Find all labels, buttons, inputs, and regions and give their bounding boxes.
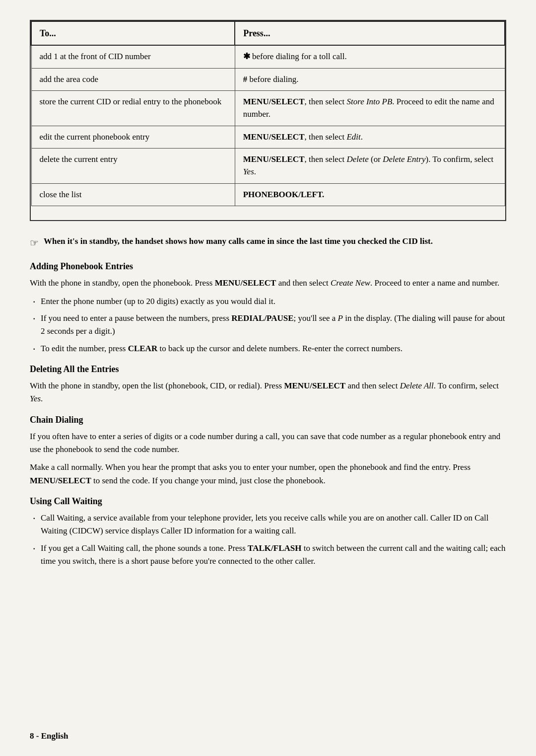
table-cell-to: close the list xyxy=(31,183,235,206)
paragraph-chain-dialing-0: If you often have to enter a series of d… xyxy=(30,430,506,456)
table-cell-press: ✱ before dialing for a toll call. xyxy=(235,45,505,68)
sections-container: Adding Phonebook EntriesWith the phone i… xyxy=(30,261,506,568)
table-cell-to: edit the current phonebook entry xyxy=(31,126,235,149)
bullet-item-using-call-waiting-1: If you get a Call Waiting call, the phon… xyxy=(30,542,506,568)
section-deleting-all-entries: Deleting All the EntriesWith the phone i… xyxy=(30,364,506,406)
table-cell-press: PHONEBOOK/LEFT. xyxy=(235,183,505,206)
table-cell-to: delete the current entry xyxy=(31,149,235,183)
table-cell-press: MENU/SELECT, then select Delete (or Dele… xyxy=(235,149,505,183)
table-row: edit the current phonebook entryMENU/SEL… xyxy=(31,126,505,149)
page: To... Press... add 1 at the front of CID… xyxy=(0,0,536,756)
section-adding-phonebook-entries: Adding Phonebook EntriesWith the phone i… xyxy=(30,261,506,355)
section-heading-adding-phonebook-entries: Adding Phonebook Entries xyxy=(30,261,506,272)
col-to-header: To... xyxy=(31,21,235,45)
bullet-list-using-call-waiting: Call Waiting, a service available from y… xyxy=(30,512,506,568)
table-cell-press: # before dialing. xyxy=(235,68,505,91)
footer-text: 8 - English xyxy=(30,731,68,741)
footer: 8 - English xyxy=(30,731,68,741)
col-press-header: Press... xyxy=(235,21,505,45)
reference-table: To... Press... add 1 at the front of CID… xyxy=(31,21,505,206)
paragraph-chain-dialing-1: Make a call normally. When you hear the … xyxy=(30,461,506,487)
section-heading-deleting-all-entries: Deleting All the Entries xyxy=(30,364,506,375)
table-row: delete the current entryMENU/SELECT, the… xyxy=(31,149,505,183)
table-cell-to: add 1 at the front of CID number xyxy=(31,45,235,68)
section-chain-dialing: Chain DialingIf you often have to enter … xyxy=(30,415,506,487)
section-heading-chain-dialing: Chain Dialing xyxy=(30,415,506,425)
table-row: add the area code# before dialing. xyxy=(31,68,505,91)
table-cell-press: MENU/SELECT, then select Store Into PB. … xyxy=(235,91,505,126)
reference-table-container: To... Press... add 1 at the front of CID… xyxy=(30,20,506,221)
table-row: add 1 at the front of CID number✱ before… xyxy=(31,45,505,68)
table-row: close the listPHONEBOOK/LEFT. xyxy=(31,183,505,206)
bullet-item-adding-phonebook-entries-0: Enter the phone number (up to 20 digits)… xyxy=(30,295,506,308)
table-cell-to: store the current CID or redial entry to… xyxy=(31,91,235,126)
bullet-item-using-call-waiting-0: Call Waiting, a service available from y… xyxy=(30,512,506,538)
paragraph-adding-phonebook-entries-0: With the phone in standby, open the phon… xyxy=(30,277,506,290)
section-using-call-waiting: Using Call WaitingCall Waiting, a servic… xyxy=(30,496,506,568)
note-icon: ☞ xyxy=(30,235,39,250)
bullet-item-adding-phonebook-entries-1: If you need to enter a pause between the… xyxy=(30,312,506,338)
paragraph-deleting-all-entries-0: With the phone in standby, open the list… xyxy=(30,379,506,406)
table-cell-to: add the area code xyxy=(31,68,235,91)
table-cell-press: MENU/SELECT, then select Edit. xyxy=(235,126,505,149)
note-text: When it's in standby, the handset shows … xyxy=(44,235,433,248)
bullet-list-adding-phonebook-entries: Enter the phone number (up to 20 digits)… xyxy=(30,295,506,355)
standby-note: ☞ When it's in standby, the handset show… xyxy=(30,235,506,250)
section-heading-using-call-waiting: Using Call Waiting xyxy=(30,496,506,507)
table-row: store the current CID or redial entry to… xyxy=(31,91,505,126)
bullet-item-adding-phonebook-entries-2: To edit the number, press CLEAR to back … xyxy=(30,342,506,355)
